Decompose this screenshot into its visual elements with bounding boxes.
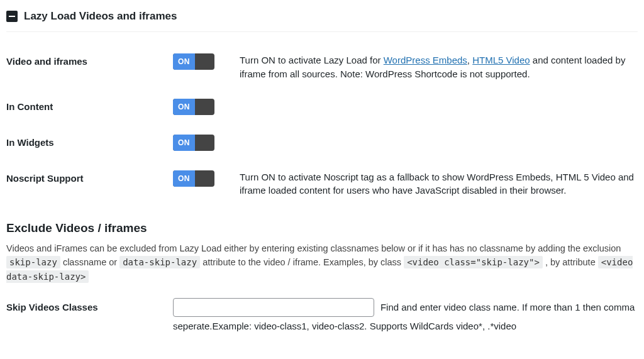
desc-sep: ,	[467, 55, 472, 65]
skip-classes-input[interactable]	[173, 298, 374, 317]
desc-video-iframes: Turn ON to activate Lazy Load for WordPr…	[236, 45, 638, 90]
skip-classes-help-inline: Find and enter video class name. If more…	[380, 302, 635, 312]
section-title: Lazy Load Videos and iframes	[24, 10, 177, 23]
row-in-content: In Content ON	[6, 90, 638, 126]
minus-icon[interactable]	[6, 11, 18, 22]
desc-noscript: Turn ON to activate Noscript tag as a fa…	[236, 162, 638, 207]
toggle-noscript[interactable]: ON	[173, 170, 214, 187]
exclude-text-4: , by attribute	[543, 257, 598, 267]
skip-classes-help-block: seperate.Example: video-class1, video-cl…	[173, 319, 638, 334]
label-in-widgets: In Widgets	[6, 126, 173, 162]
section-header: Lazy Load Videos and iframes	[6, 6, 638, 32]
toggle-on-label: ON	[173, 99, 195, 115]
toggle-on-label: ON	[173, 135, 195, 151]
toggle-on-label: ON	[173, 53, 195, 70]
code-skip-lazy: skip-lazy	[6, 256, 60, 268]
exclude-title: Exclude Videos / iframes	[6, 221, 638, 235]
code-data-skip-lazy: data-skip-lazy	[119, 256, 200, 268]
row-video-iframes: Video and iframes ON Turn ON to activate…	[6, 45, 638, 90]
exclude-desc: Videos and iFrames can be excluded from …	[6, 241, 638, 284]
label-video-iframes: Video and iframes	[6, 45, 173, 90]
toggle-video-iframes[interactable]: ON	[173, 53, 214, 70]
skip-classes-row: Skip Videos Classes Find and enter video…	[6, 298, 638, 334]
exclude-text-1: Videos and iFrames can be excluded from …	[6, 243, 621, 253]
toggle-on-label: ON	[173, 170, 195, 187]
toggle-in-widgets[interactable]: ON	[173, 135, 214, 151]
label-noscript: Noscript Support	[6, 162, 173, 207]
link-wordpress-embeds[interactable]: WordPress Embeds	[384, 55, 467, 65]
code-video-class: <video class="skip-lazy">	[404, 256, 543, 268]
row-in-widgets: In Widgets ON	[6, 126, 638, 162]
exclude-text-2: classname or	[60, 257, 119, 267]
toggle-in-content[interactable]: ON	[173, 99, 214, 115]
skip-classes-label: Skip Videos Classes	[6, 298, 173, 312]
link-html5-video[interactable]: HTML5 Video	[472, 55, 530, 65]
settings-table: Video and iframes ON Turn ON to activate…	[6, 45, 638, 206]
row-noscript: Noscript Support ON Turn ON to activate …	[6, 162, 638, 207]
exclude-text-3: attribute to the video / iframe. Example…	[200, 257, 404, 267]
desc-text: Turn ON to activate Lazy Load for	[240, 55, 384, 65]
label-in-content: In Content	[6, 90, 173, 126]
